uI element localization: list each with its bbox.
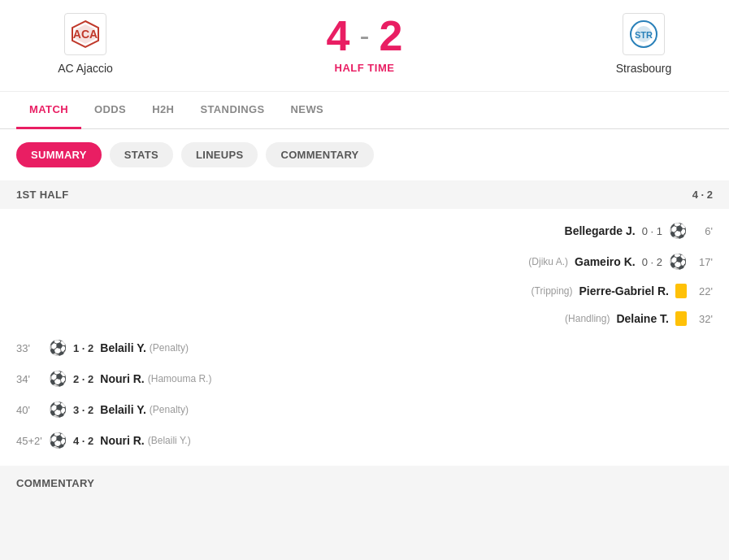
event-assist: (Penalty) bbox=[150, 404, 189, 415]
half-header: 1ST HALF 4 · 2 bbox=[0, 180, 729, 209]
home-team-name: AC Ajaccio bbox=[58, 62, 113, 75]
events-area: Bellegarde J. 0 · 1 ⚽ 6' (Djiku A.) Game… bbox=[0, 212, 729, 459]
event-assist: (Hamouma R.) bbox=[148, 373, 212, 384]
event-score: 1 · 2 bbox=[73, 342, 93, 354]
event-score: 0 · 1 bbox=[642, 225, 662, 237]
half-score: 4 · 2 bbox=[692, 189, 713, 201]
event-player: Nouri R. bbox=[100, 434, 144, 447]
away-team: STR Strasbourg bbox=[591, 13, 696, 75]
event-row: 33' ⚽ 1 · 2 Belaili Y. (Penalty) bbox=[0, 332, 729, 363]
event-row: (Djiku A.) Gameiro K. 0 · 2 ⚽ 17' bbox=[0, 246, 729, 277]
event-score: 0 · 2 bbox=[642, 256, 662, 268]
event-score: 3 · 2 bbox=[73, 404, 93, 416]
event-score: 2 · 2 bbox=[73, 373, 93, 385]
event-minute: 40' bbox=[16, 404, 49, 416]
yellow-card-icon bbox=[675, 284, 687, 298]
event-row: 40' ⚽ 3 · 2 Belaili Y. (Penalty) bbox=[0, 394, 729, 425]
goal-icon: ⚽ bbox=[669, 222, 687, 240]
score-separator: - bbox=[360, 19, 370, 53]
subtab-lineups[interactable]: LINEUPS bbox=[181, 142, 258, 167]
event-row: Bellegarde J. 0 · 1 ⚽ 6' bbox=[0, 215, 729, 246]
tab-h2h[interactable]: H2H bbox=[139, 92, 187, 129]
score-digits: 4 - 2 bbox=[327, 15, 403, 57]
half-label: 1ST HALF bbox=[16, 189, 69, 201]
event-player: Bellegarde J. bbox=[565, 224, 636, 237]
event-player: Delaine T. bbox=[616, 312, 669, 325]
subtab-summary[interactable]: SUMMARY bbox=[16, 142, 102, 167]
tab-news[interactable]: NEWS bbox=[278, 92, 337, 129]
half-time-label: HALF TIME bbox=[335, 62, 395, 74]
goal-icon: ⚽ bbox=[49, 432, 67, 449]
main-tabs: MATCH ODDS H2H STANDINGS NEWS bbox=[0, 92, 729, 129]
event-detail: (Tripping) Pierre-Gabriel R. 22' bbox=[532, 284, 713, 298]
event-minute: 45+2' bbox=[16, 435, 49, 447]
event-row: (Handling) Delaine T. 32' bbox=[0, 305, 729, 332]
event-assist: (Djiku A.) bbox=[528, 256, 568, 267]
event-assist: (Handling) bbox=[565, 313, 610, 324]
commentary-section: COMMENTARY bbox=[0, 466, 729, 500]
yellow-card-icon bbox=[675, 311, 687, 326]
event-minute: 6' bbox=[693, 225, 713, 237]
score-away: 2 bbox=[380, 15, 403, 57]
event-assist: (Belaili Y.) bbox=[148, 435, 191, 446]
event-player: Pierre-Gabriel R. bbox=[579, 284, 670, 297]
goal-icon: ⚽ bbox=[49, 339, 67, 357]
tab-standings[interactable]: STANDINGS bbox=[187, 92, 277, 129]
event-detail: Bellegarde J. 0 · 1 ⚽ 6' bbox=[565, 222, 713, 240]
event-row: (Tripping) Pierre-Gabriel R. 22' bbox=[0, 277, 729, 305]
goal-icon: ⚽ bbox=[669, 253, 687, 271]
away-team-name: Strasbourg bbox=[616, 62, 671, 75]
event-detail: (Djiku A.) Gameiro K. 0 · 2 ⚽ 17' bbox=[528, 253, 713, 271]
score-header: ACA AC Ajaccio 4 - 2 HALF TIME STR Stras… bbox=[0, 0, 729, 92]
event-player: Gameiro K. bbox=[575, 255, 636, 268]
main-container: ACA AC Ajaccio 4 - 2 HALF TIME STR Stras… bbox=[0, 0, 729, 500]
event-minute: 17' bbox=[693, 256, 713, 268]
event-assist: (Penalty) bbox=[150, 342, 189, 354]
goal-icon: ⚽ bbox=[49, 401, 67, 419]
tab-match[interactable]: MATCH bbox=[16, 92, 81, 129]
home-team-badge: ACA bbox=[64, 13, 106, 55]
event-minute: 33' bbox=[16, 342, 49, 354]
event-minute: 22' bbox=[693, 285, 713, 297]
event-player: Belaili Y. bbox=[100, 403, 146, 416]
away-team-badge: STR bbox=[623, 13, 665, 55]
event-assist: (Tripping) bbox=[532, 285, 573, 297]
score-home: 4 bbox=[327, 15, 350, 57]
event-row: 34' ⚽ 2 · 2 Nouri R. (Hamouma R.) bbox=[0, 363, 729, 394]
subtab-commentary[interactable]: COMMENTARY bbox=[266, 142, 373, 167]
event-minute: 32' bbox=[693, 313, 713, 325]
svg-text:ACA: ACA bbox=[73, 28, 98, 41]
event-detail: (Handling) Delaine T. 32' bbox=[565, 311, 713, 326]
sub-tabs: SUMMARY STATS LINEUPS COMMENTARY bbox=[0, 129, 729, 180]
commentary-label: COMMENTARY bbox=[16, 477, 94, 489]
tab-odds[interactable]: ODDS bbox=[81, 92, 139, 129]
subtab-stats[interactable]: STATS bbox=[110, 142, 173, 167]
event-score: 4 · 2 bbox=[73, 435, 93, 447]
svg-text:STR: STR bbox=[635, 30, 653, 40]
event-player: Nouri R. bbox=[100, 372, 144, 385]
goal-icon: ⚽ bbox=[49, 370, 67, 388]
event-minute: 34' bbox=[16, 373, 49, 385]
event-player: Belaili Y. bbox=[100, 341, 146, 354]
score-center: 4 - 2 HALF TIME bbox=[327, 15, 403, 74]
home-team: ACA AC Ajaccio bbox=[33, 13, 138, 75]
event-row: 45+2' ⚽ 4 · 2 Nouri R. (Belaili Y.) bbox=[0, 425, 729, 456]
